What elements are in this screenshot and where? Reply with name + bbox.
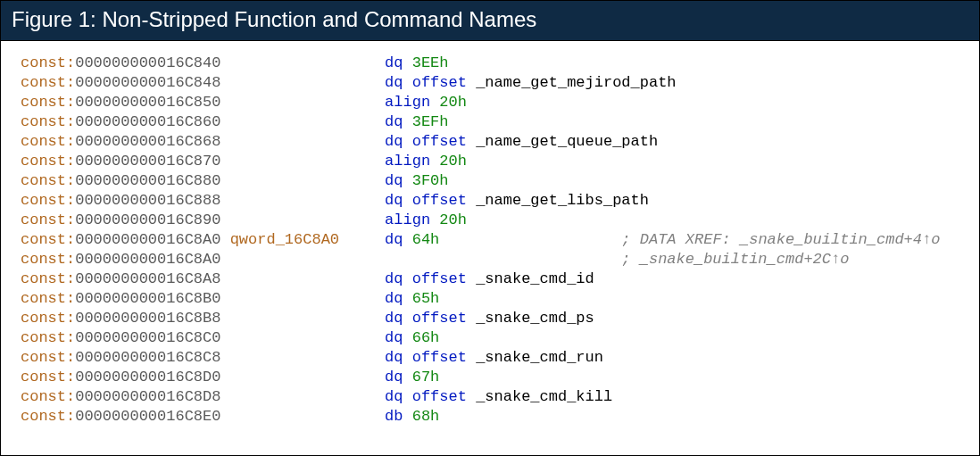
spacer xyxy=(403,54,412,71)
disasm-line: const:000000000016C840 dq 3EEh xyxy=(21,54,963,73)
spacer xyxy=(220,133,229,150)
numeric-operand: 20h xyxy=(439,211,467,228)
spacer xyxy=(220,369,229,386)
disassembly-listing: const:000000000016C840 dq 3EEhconst:0000… xyxy=(1,41,979,455)
address-token: 000000000016C870 xyxy=(75,153,220,170)
address-token: 000000000016C8C8 xyxy=(75,349,220,366)
numeric-operand: 64h xyxy=(412,231,440,248)
disasm-line: const:000000000016C880 dq 3F0h xyxy=(21,171,963,191)
offset-keyword: offset xyxy=(412,270,476,287)
address-token: 000000000016C890 xyxy=(75,211,220,228)
spacer xyxy=(220,329,229,346)
spacer xyxy=(430,94,439,111)
spacer xyxy=(220,172,229,189)
disasm-line: const:000000000016C8A0 ; _snake_builtin_… xyxy=(21,250,963,269)
spacer xyxy=(230,270,385,287)
disasm-line: const:000000000016C848 dq offset _name_g… xyxy=(21,73,963,93)
spacer xyxy=(230,172,385,189)
section-token: const: xyxy=(21,133,75,150)
symbol-name: _snake_cmd_run xyxy=(476,349,603,366)
mnemonic-token: dq xyxy=(385,310,403,327)
address-token: 000000000016C888 xyxy=(75,192,220,209)
disasm-line: const:000000000016C8C8 dq offset _snake_… xyxy=(21,348,963,368)
symbol-name: _snake_cmd_ps xyxy=(476,310,594,327)
spacer xyxy=(220,54,229,71)
mnemonic-token: align xyxy=(385,211,430,228)
numeric-operand: 20h xyxy=(439,153,467,170)
symbol-name: _snake_cmd_kill xyxy=(476,388,612,405)
mnemonic-token: dq xyxy=(385,290,403,307)
spacer xyxy=(230,349,385,366)
address-token: 000000000016C8C0 xyxy=(75,329,220,346)
spacer xyxy=(403,74,412,91)
numeric-operand: 20h xyxy=(439,94,467,111)
spacer xyxy=(430,153,439,170)
spacer xyxy=(230,113,385,130)
section-token: const: xyxy=(21,349,75,366)
numeric-operand: 3EFh xyxy=(412,113,449,130)
numeric-operand: 66h xyxy=(412,329,440,346)
spacer xyxy=(403,133,412,150)
spacer xyxy=(230,329,385,346)
spacer xyxy=(439,231,621,248)
address-token: 000000000016C8D8 xyxy=(75,388,220,405)
section-token: const: xyxy=(21,211,75,228)
spacer xyxy=(403,231,412,248)
mnemonic-token: db xyxy=(385,408,403,425)
mnemonic-token: align xyxy=(385,153,430,170)
spacer xyxy=(403,369,412,386)
section-token: const: xyxy=(21,94,75,111)
symbol-name: _snake_cmd_id xyxy=(476,270,594,287)
spacer xyxy=(220,94,229,111)
disasm-line: const:000000000016C8D8 dq offset _snake_… xyxy=(21,387,963,407)
spacer xyxy=(403,388,412,405)
section-token: const: xyxy=(21,231,75,248)
disasm-line: const:000000000016C870 align 20h xyxy=(21,152,963,171)
mnemonic-token: dq xyxy=(385,74,403,91)
spacer xyxy=(220,251,229,268)
spacer xyxy=(230,290,385,307)
spacer xyxy=(230,211,385,228)
spacer xyxy=(403,192,412,209)
address-token: 000000000016C850 xyxy=(75,94,220,111)
figure-frame: Figure 1: Non-Stripped Function and Comm… xyxy=(0,0,980,456)
address-token: 000000000016C8A0 xyxy=(75,231,220,248)
disasm-line: const:000000000016C8B8 dq offset _snake_… xyxy=(21,309,963,328)
spacer xyxy=(220,231,229,248)
spacer xyxy=(220,270,229,287)
disasm-line: const:000000000016C8D0 dq 67h xyxy=(21,368,963,387)
label-token: qword_16C8A0 xyxy=(230,231,339,248)
mnemonic-token: dq xyxy=(385,388,403,405)
offset-keyword: offset xyxy=(412,192,476,209)
spacer xyxy=(230,408,385,425)
section-token: const: xyxy=(21,251,75,268)
section-token: const: xyxy=(21,74,75,91)
spacer xyxy=(430,211,439,228)
mnemonic-token: dq xyxy=(385,349,403,366)
address-token: 000000000016C8D0 xyxy=(75,369,220,386)
spacer xyxy=(220,290,229,307)
spacer xyxy=(403,408,412,425)
numeric-operand: 67h xyxy=(412,369,440,386)
spacer xyxy=(220,153,229,170)
spacer xyxy=(403,172,412,189)
section-token: const: xyxy=(21,329,75,346)
section-token: const: xyxy=(21,290,75,307)
disasm-line: const:000000000016C890 align 20h xyxy=(21,211,963,230)
spacer xyxy=(230,133,385,150)
spacer xyxy=(230,310,385,327)
offset-keyword: offset xyxy=(412,133,476,150)
address-token: 000000000016C860 xyxy=(75,113,220,130)
mnemonic-token: dq xyxy=(385,369,403,386)
spacer xyxy=(230,54,385,71)
spacer xyxy=(230,74,385,91)
spacer xyxy=(230,153,385,170)
address-token: 000000000016C848 xyxy=(75,74,220,91)
offset-keyword: offset xyxy=(412,349,476,366)
spacer xyxy=(220,192,229,209)
spacer xyxy=(220,74,229,91)
mnemonic-token: dq xyxy=(385,192,403,209)
disasm-line: const:000000000016C8A8 dq offset _snake_… xyxy=(21,269,963,289)
address-token: 000000000016C8A8 xyxy=(75,270,220,287)
mnemonic-token: dq xyxy=(385,270,403,287)
